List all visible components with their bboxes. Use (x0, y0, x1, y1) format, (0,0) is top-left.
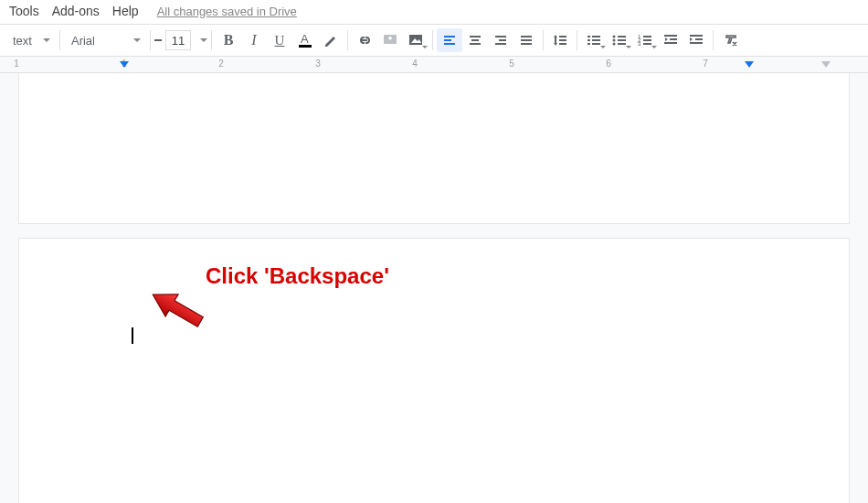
menu-tools[interactable]: Tools (9, 4, 39, 18)
menu-bar: Tools Add-ons Help All changes saved in … (0, 0, 868, 24)
underline-icon: U (275, 33, 285, 48)
ruler-mark: 6 (606, 59, 611, 69)
chevron-down-icon (43, 38, 50, 42)
save-status[interactable]: All changes saved in Drive (157, 5, 297, 18)
align-justify-icon (519, 33, 534, 48)
highlight-icon (323, 33, 338, 48)
chevron-down-icon (651, 46, 657, 48)
link-icon (356, 32, 373, 48)
align-right-icon (493, 33, 508, 48)
chevron-down-icon (133, 38, 141, 42)
page-prev[interactable] (18, 73, 850, 224)
right-indent-marker[interactable] (745, 61, 754, 68)
align-left-icon (442, 33, 457, 48)
insert-image-button[interactable] (403, 28, 429, 52)
svg-rect-2 (299, 45, 312, 48)
insert-link-button[interactable] (352, 28, 377, 52)
chevron-down-icon (626, 46, 631, 48)
toolbar: text Arial 11 B I U A (0, 24, 868, 57)
font-dropdown[interactable]: Arial (64, 28, 146, 52)
align-justify-button[interactable] (513, 28, 539, 52)
italic-button[interactable]: I (241, 28, 267, 52)
separator (347, 30, 348, 50)
svg-point-10 (612, 43, 615, 46)
ruler-mark: 2 (218, 59, 224, 69)
insert-comment-button[interactable] (377, 28, 403, 52)
fontsize-value[interactable]: 11 (165, 30, 191, 50)
svg-point-9 (612, 39, 615, 42)
separator (211, 30, 212, 50)
ruler-mark: 1 (14, 59, 19, 69)
bold-icon: B (224, 32, 234, 48)
menu-addons[interactable]: Add-ons (52, 4, 100, 18)
ruler-mark: 4 (412, 59, 418, 69)
chevron-down-icon (422, 46, 428, 48)
styles-label: text (13, 34, 32, 48)
text-cursor (132, 327, 133, 344)
svg-text:3: 3 (638, 41, 641, 47)
separator (543, 30, 544, 50)
page-current[interactable] (18, 238, 850, 503)
ruler-mark: 5 (509, 59, 514, 69)
text-color-button[interactable]: A (292, 28, 318, 52)
decrease-indent-icon (662, 32, 679, 48)
separator (59, 30, 60, 50)
font-label: Arial (71, 34, 95, 48)
comment-icon (382, 32, 398, 48)
svg-text:A: A (301, 32, 309, 46)
underline-button[interactable]: U (267, 28, 292, 52)
svg-point-8 (612, 36, 615, 38)
ruler-mark: 7 (703, 59, 708, 69)
line-spacing-button[interactable] (547, 28, 573, 52)
margin-marker[interactable] (821, 61, 831, 68)
decrease-indent-button[interactable] (658, 28, 683, 52)
clear-formatting-icon (722, 32, 738, 48)
annotation-text: Click 'Backspace' (206, 263, 389, 289)
minus-icon[interactable] (154, 36, 162, 45)
chevron-down-icon (600, 46, 606, 48)
increase-indent-button[interactable] (683, 28, 709, 52)
align-right-button[interactable] (488, 28, 513, 52)
editor-canvas[interactable]: Click 'Backspace' (0, 73, 868, 503)
bulleted-list-button[interactable] (607, 28, 632, 52)
highlight-button[interactable] (318, 28, 344, 52)
left-indent-marker[interactable] (120, 61, 129, 68)
align-center-button[interactable] (462, 28, 488, 52)
styles-dropdown[interactable]: text (5, 28, 56, 52)
separator (432, 30, 433, 50)
align-left-button[interactable] (437, 28, 462, 52)
chevron-down-icon (200, 38, 207, 42)
line-spacing-icon (552, 32, 568, 48)
separator (713, 30, 714, 50)
bold-button[interactable]: B (216, 28, 241, 52)
align-center-icon (468, 33, 482, 48)
italic-icon: I (251, 32, 256, 48)
numbered-list-button[interactable]: 123 (632, 28, 658, 52)
clear-formatting-button[interactable] (717, 28, 743, 52)
checklist-button[interactable] (581, 28, 607, 52)
ruler[interactable]: 1 1 2 3 4 5 6 7 (0, 57, 868, 73)
fontsize-control[interactable]: 11 (154, 30, 207, 50)
menu-help[interactable]: Help (112, 4, 139, 18)
ruler-mark: 3 (315, 59, 321, 69)
separator (150, 30, 151, 50)
svg-rect-0 (154, 39, 162, 41)
text-color-icon: A (297, 32, 313, 48)
svg-rect-5 (389, 37, 391, 40)
separator (577, 30, 577, 50)
increase-indent-icon (688, 32, 704, 48)
